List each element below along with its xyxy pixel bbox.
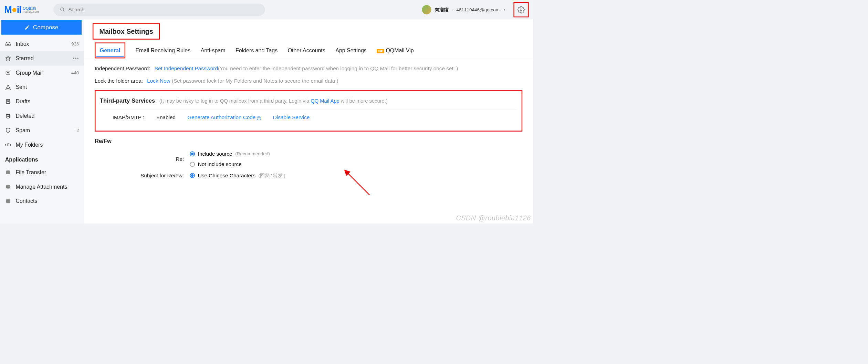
- section-title: Third-party Services: [100, 97, 155, 104]
- tab-other-accounts[interactable]: Other Accounts: [288, 42, 325, 59]
- header: M●il QQ邮箱 mail.qq.com 肉痞痞 · 461119446@qq…: [0, 0, 533, 19]
- group-icon: [5, 70, 11, 76]
- logo-letter: M: [4, 4, 11, 15]
- sidebar-app-file-transfer[interactable]: File Transfer: [0, 165, 84, 180]
- drafts-icon: [5, 98, 11, 104]
- row-subject-refw: Subject for Re/Fw: Use Chinese Character…: [95, 172, 522, 178]
- hint: (回复:/ 转发:): [259, 172, 285, 178]
- attachment-icon: [5, 184, 11, 190]
- sidebar-item-label: Group Mail: [15, 70, 42, 76]
- radio-label: Use Chinese Characters: [198, 173, 255, 179]
- section-hint: (It may be risky to log in to QQ mailbox…: [159, 98, 388, 104]
- trash-icon: [5, 113, 11, 119]
- page-title: Mailbox Settings: [100, 28, 153, 35]
- radio-label: Not include source: [198, 161, 242, 167]
- sidebar-item-my-folders[interactable]: ▸ My Folders: [0, 137, 84, 152]
- tab-email-rules[interactable]: Email Receiving Rules: [135, 42, 190, 59]
- svg-point-0: [61, 8, 64, 11]
- sidebar-item-label: Starred: [15, 55, 33, 62]
- help-icon[interactable]: ?: [257, 116, 261, 120]
- search-box[interactable]: [53, 3, 265, 16]
- sidebar: Compose Inbox 936 Starred ••• Group Mail…: [0, 19, 84, 223]
- sidebar-item-label: Drafts: [15, 98, 30, 105]
- row-independent-password: Independent Password: Set Independent Pa…: [95, 65, 522, 72]
- radio-icon: [190, 151, 195, 156]
- sidebar-item-label: Deleted: [15, 113, 34, 119]
- sidebar-apps-header: Applications: [0, 152, 84, 165]
- label: Subject for Re/Fw:: [95, 173, 190, 179]
- vip-badge-icon: VIP: [377, 49, 384, 53]
- header-user[interactable]: 肉痞痞 · 461119446@qq.com ▼: [422, 2, 529, 17]
- chevron-down-icon[interactable]: ▼: [503, 8, 506, 11]
- radio-chinese-chars[interactable]: Use Chinese Characters (回复:/ 转发:): [190, 172, 285, 178]
- sidebar-item-group-mail[interactable]: Group Mail 440: [0, 65, 84, 80]
- section-title-refw: Re/Fw: [95, 138, 522, 144]
- avatar[interactable]: [422, 5, 431, 14]
- set-password-link[interactable]: Set Independent Password: [155, 65, 218, 71]
- sidebar-item-inbox[interactable]: Inbox 936: [0, 37, 84, 51]
- svg-rect-10: [6, 199, 10, 203]
- shield-icon: [5, 127, 11, 133]
- radio-label: Include source: [198, 151, 232, 157]
- contacts-icon: [5, 198, 11, 204]
- sidebar-item-deleted[interactable]: Deleted: [0, 109, 84, 123]
- more-icon[interactable]: •••: [73, 55, 79, 61]
- svg-rect-8: [6, 170, 10, 174]
- sidebar-item-label: Contacts: [15, 198, 37, 204]
- compose-button[interactable]: Compose: [1, 20, 82, 35]
- radio-not-include-source[interactable]: Not include source: [190, 161, 270, 167]
- star-icon: [5, 55, 11, 61]
- user-email: 461119446@qq.com: [456, 7, 500, 12]
- sidebar-item-drafts[interactable]: Drafts: [0, 94, 84, 109]
- third-party-services-highlight: Third-party Services (It may be risky to…: [95, 90, 522, 132]
- hint: (Recommended): [235, 151, 270, 157]
- radio-include-source[interactable]: Include source (Recommended): [190, 151, 270, 157]
- sidebar-app-attachments[interactable]: Manage Attachments: [0, 179, 84, 194]
- count-badge: 440: [71, 70, 79, 75]
- main-content: Mailbox Settings General Email Receiving…: [84, 19, 533, 223]
- logo-o-icon: ●: [12, 4, 17, 15]
- compose-icon: [24, 25, 30, 30]
- lock-now-link[interactable]: Lock Now: [147, 78, 170, 84]
- gear-icon[interactable]: [517, 6, 525, 13]
- imap-label: IMAP/SMTP :: [113, 114, 145, 121]
- sidebar-item-sent[interactable]: Sent: [0, 80, 84, 94]
- sent-icon: [5, 84, 11, 90]
- sidebar-item-spam[interactable]: Spam 2: [0, 123, 84, 137]
- file-transfer-icon: [5, 169, 11, 175]
- imap-smtp-row: IMAP/SMTP : Enabled Generate Authorizati…: [100, 114, 517, 121]
- sidebar-item-starred[interactable]: Starred •••: [0, 51, 84, 66]
- generate-auth-code-link[interactable]: Generate Authorization Code: [187, 114, 255, 120]
- sidebar-item-label: File Transfer: [15, 169, 46, 176]
- search-input[interactable]: [68, 7, 259, 13]
- inbox-icon: [5, 41, 11, 47]
- count-badge: 2: [76, 127, 79, 133]
- watermark: CSDN @roubiebie1126: [456, 215, 531, 222]
- sidebar-item-label: My Folders: [15, 141, 43, 148]
- radio-icon: [190, 162, 195, 167]
- tab-app-settings[interactable]: App Settings: [335, 42, 367, 59]
- count-badge: 936: [71, 41, 79, 47]
- tab-qqmail-vip[interactable]: VIPQQMail Vip: [377, 42, 414, 59]
- divider: [100, 109, 517, 110]
- row-re: Re: Include source (Recommended) Not inc…: [95, 151, 522, 167]
- qq-mail-app-link[interactable]: QQ Mail App: [311, 98, 339, 104]
- folder-icon: ▸: [5, 142, 11, 147]
- sidebar-app-contacts[interactable]: Contacts: [0, 194, 84, 208]
- tab-folders-tags[interactable]: Folders and Tags: [236, 42, 278, 59]
- sidebar-item-label: Spam: [15, 127, 30, 134]
- tab-anti-spam[interactable]: Anti-spam: [201, 42, 226, 59]
- tabs: General Email Receiving Rules Anti-spam …: [84, 42, 533, 59]
- radio-icon: [190, 173, 195, 178]
- sidebar-item-label: Inbox: [15, 41, 29, 47]
- tab-general[interactable]: General: [95, 42, 125, 58]
- user-name: 肉痞痞: [435, 7, 449, 13]
- logo[interactable]: M●il QQ邮箱 mail.qq.com: [4, 4, 39, 15]
- compose-label: Compose: [33, 24, 59, 31]
- svg-line-1: [63, 10, 64, 11]
- disable-service-link[interactable]: Disable Service: [273, 114, 310, 121]
- logo-domain: mail.qq.com: [23, 10, 39, 13]
- row-lock-folder: Lock the folder area: Lock Now (Set pass…: [95, 78, 522, 84]
- svg-point-2: [520, 9, 522, 11]
- sidebar-item-label: Manage Attachments: [15, 184, 67, 190]
